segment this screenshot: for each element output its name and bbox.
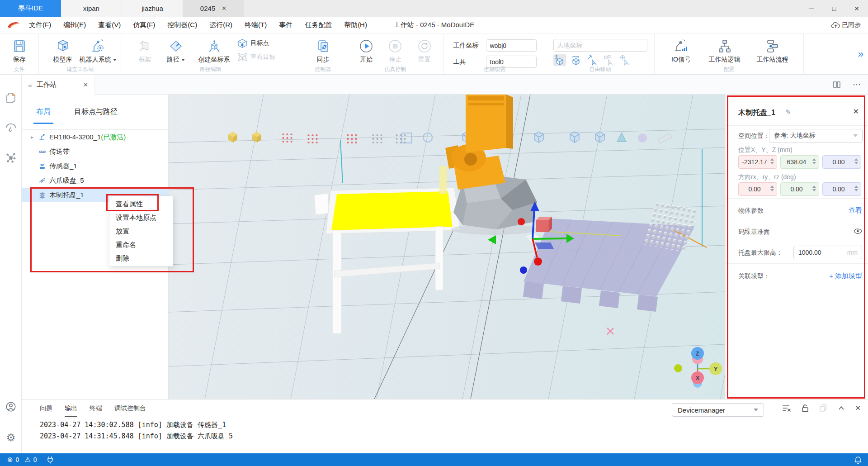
doc-tab-xipan[interactable]: xipan xyxy=(61,0,122,17)
spinner-arrows[interactable] xyxy=(854,185,858,191)
gizmo-z-circle[interactable]: Z xyxy=(691,347,704,360)
copy-icon[interactable] xyxy=(819,404,828,413)
network-icon[interactable] xyxy=(5,152,16,163)
tab-output[interactable]: 输出 xyxy=(65,404,77,413)
frame-button[interactable]: 框架 xyxy=(130,37,160,64)
close-window-button[interactable]: ✕ xyxy=(845,0,868,17)
more-icon[interactable]: ⋯ xyxy=(853,80,861,90)
tab-targets-paths[interactable]: 目标点与路径 xyxy=(74,107,118,117)
target-point-button[interactable]: 目标点 xyxy=(237,38,291,48)
error-icon[interactable]: ⊗ xyxy=(7,456,13,464)
close-icon[interactable]: ✕ xyxy=(853,107,859,116)
toolbar-collapse-icon[interactable]: » xyxy=(858,48,863,60)
workspace-tab[interactable]: ≡ 工作站 ✕ xyxy=(22,75,95,95)
collapse-panel-icon[interactable] xyxy=(837,404,846,413)
robot-system-button[interactable]: 机器人系统 xyxy=(80,37,116,64)
spinner-arrows[interactable] xyxy=(770,185,774,191)
gizmo-x-circle[interactable]: X xyxy=(691,371,704,384)
model-library-button[interactable]: 模型库 xyxy=(45,37,80,64)
app-tab[interactable]: 墨斗IDE xyxy=(0,0,61,17)
position-x-input[interactable] xyxy=(738,155,777,169)
doc-tab-jiazhua[interactable]: jiazhua xyxy=(122,0,183,17)
user-icon[interactable] xyxy=(5,401,16,412)
context-menu-set-local-origin[interactable]: 设置本地原点 xyxy=(109,211,173,224)
reset-button[interactable]: 重置 xyxy=(410,37,439,64)
context-menu-delete[interactable]: 删除 xyxy=(109,252,173,265)
free-rotate-tool-icon[interactable] xyxy=(618,54,631,66)
view-target-button[interactable]: 查看目标 xyxy=(237,52,291,62)
scale-tool-icon[interactable] xyxy=(586,54,599,66)
menu-terminal[interactable]: 终端(T) xyxy=(245,21,267,29)
menu-task-config[interactable]: 任务配置 xyxy=(305,21,332,29)
reference-select[interactable]: 参考: 大地坐标 xyxy=(769,129,863,143)
doc-tab-0245[interactable]: 0245 ✕ xyxy=(183,0,244,17)
max-height-input[interactable]: mm xyxy=(793,246,862,259)
spinner-arrows[interactable] xyxy=(854,158,858,164)
menu-simulation[interactable]: 仿真(F) xyxy=(133,21,155,29)
stop-button[interactable]: 停止 xyxy=(381,37,410,64)
close-icon[interactable]: ✕ xyxy=(855,404,861,412)
plug-icon[interactable] xyxy=(47,456,53,464)
gizmo-y-circle[interactable]: Y xyxy=(709,362,722,375)
spinner-arrows[interactable] xyxy=(812,185,816,191)
tab-layout[interactable]: 布局 xyxy=(36,107,51,117)
orientation-rz-input[interactable] xyxy=(822,182,861,196)
view-orientation-gizmo[interactable]: Z Y X xyxy=(671,344,725,390)
tree-item-gripper[interactable]: 六爪吸盘_5 xyxy=(22,173,168,188)
menu-controller[interactable]: 控制器(C) xyxy=(167,21,197,29)
context-menu-place[interactable]: 放置 xyxy=(109,224,173,238)
path-button[interactable]: 路径 xyxy=(160,37,192,64)
orientation-ry-input[interactable] xyxy=(780,182,819,196)
start-button[interactable]: 开始 xyxy=(352,37,381,64)
close-icon[interactable]: ✕ xyxy=(83,81,88,88)
menu-event[interactable]: 事件 xyxy=(279,21,292,29)
spinner-arrows[interactable] xyxy=(812,158,816,164)
menu-help[interactable]: 帮助(H) xyxy=(344,21,367,29)
expand-arrow-icon[interactable]: ▸ xyxy=(31,134,35,140)
menu-file[interactable]: 文件(F) xyxy=(29,21,51,29)
spinner-arrows[interactable] xyxy=(770,158,774,164)
position-z-input[interactable] xyxy=(822,155,861,169)
pages-icon[interactable] xyxy=(5,93,16,104)
minimize-button[interactable]: ─ xyxy=(800,0,823,17)
position-y-input[interactable] xyxy=(780,155,819,169)
io-signal-button[interactable]: IO信号 xyxy=(662,37,701,64)
save-button[interactable]: 保存 xyxy=(5,37,34,64)
world-coord-input[interactable] xyxy=(553,39,647,52)
add-pattern-link[interactable]: + 添加垛型 xyxy=(829,272,862,281)
eye-icon[interactable] xyxy=(854,228,862,235)
station-logic-button[interactable]: 工作站逻辑 xyxy=(701,37,749,64)
orientation-rx-input[interactable] xyxy=(738,182,777,196)
lock-icon[interactable] xyxy=(801,404,810,413)
gear-icon[interactable]: ⚙ xyxy=(5,432,16,443)
tab-problems[interactable]: 问题 xyxy=(40,404,52,413)
tree-item-sensor[interactable]: 传感器_1 xyxy=(22,159,168,173)
viewport-canvas[interactable]: Z Y X xyxy=(169,95,725,399)
context-menu-rename[interactable]: 重命名 xyxy=(109,238,173,252)
menu-edit[interactable]: 编辑(E) xyxy=(63,21,86,29)
bell-icon[interactable] xyxy=(854,456,862,464)
context-menu-view-properties[interactable]: 查看属性 xyxy=(109,197,173,211)
warning-icon[interactable]: ⚠ xyxy=(24,456,30,464)
workpiece-coord-input[interactable] xyxy=(486,39,537,52)
joint-move-tool-icon[interactable] xyxy=(602,54,615,66)
clear-log-icon[interactable] xyxy=(782,404,792,413)
split-columns-icon[interactable] xyxy=(833,81,841,89)
rotate-tool-icon[interactable] xyxy=(570,54,582,66)
maximize-button[interactable]: □ xyxy=(823,0,845,17)
output-source-select[interactable]: Devicemanager xyxy=(672,403,764,417)
menu-view[interactable]: 查看(V) xyxy=(98,21,121,29)
station-flow-button[interactable]: 工作站流程 xyxy=(749,37,797,64)
sync-button[interactable]: 同步 xyxy=(306,37,341,64)
view-params-link[interactable]: 查看 xyxy=(849,206,862,215)
pencil-icon[interactable]: ✎ xyxy=(785,108,791,116)
close-icon[interactable]: ✕ xyxy=(222,5,226,12)
gizmo-negy-circle[interactable] xyxy=(674,364,682,372)
tree-item-conveyor[interactable]: 传送带 xyxy=(22,144,168,159)
menu-run[interactable]: 运行(R) xyxy=(209,21,232,29)
tree-item-robot[interactable]: ▸ ER180-4-3200_1(已激活) xyxy=(22,130,168,144)
create-coord-button[interactable]: 创建坐标系 xyxy=(192,37,237,64)
translate-tool-icon[interactable] xyxy=(553,54,566,66)
tab-debug-console[interactable]: 调试控制台 xyxy=(114,404,146,413)
robot-arm-icon[interactable] xyxy=(5,122,16,133)
